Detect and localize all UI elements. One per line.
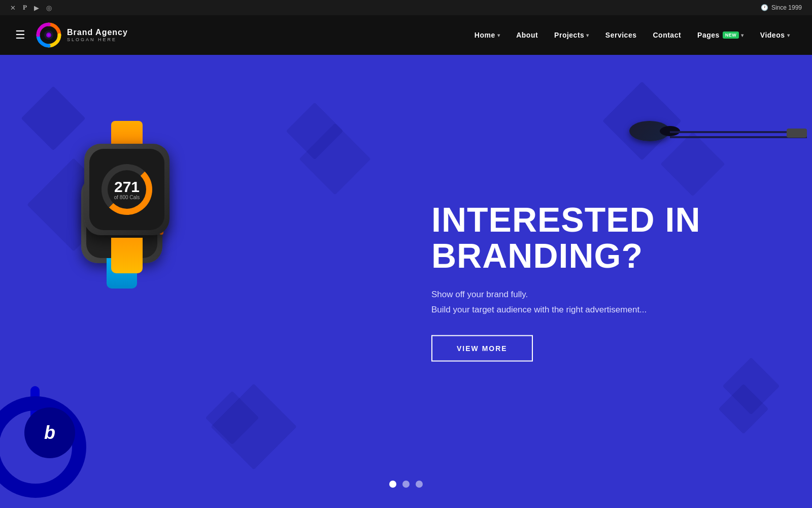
hero-content: INTERESTED IN BRANDING? Show off your br… xyxy=(431,202,736,362)
watch-orange-body: 271 of 800 Cals xyxy=(84,144,170,235)
nav-contact-label: Contact xyxy=(653,31,681,39)
dot-1[interactable] xyxy=(389,481,396,488)
nav-left: ☰ Brand Agency Slogan H xyxy=(15,22,128,48)
cable-plug xyxy=(787,129,807,138)
nav-videos[interactable]: Videos ▾ xyxy=(753,27,797,43)
logo-area[interactable]: Brand Agency Slogan Here xyxy=(36,22,128,48)
nav-menu: Home ▾ About Projects ▾ Services Contact… xyxy=(467,27,797,43)
logo-icon xyxy=(36,22,62,48)
twitter-icon[interactable]: ✕ xyxy=(10,4,16,12)
logo-title: Brand Agency xyxy=(67,28,128,37)
nav-services[interactable]: Services xyxy=(598,27,644,43)
headphones-circle: b xyxy=(0,396,86,498)
headphones-logo: b xyxy=(44,422,55,443)
hero-section: ☁️ 30° 271 of 800 Cals xyxy=(0,55,812,508)
hero-description: Build your target audience with the righ… xyxy=(431,304,736,314)
nav-home-label: Home xyxy=(475,31,495,39)
svg-point-4 xyxy=(48,34,50,37)
headphones-inner: b xyxy=(24,407,75,458)
instagram-icon[interactable]: ◎ xyxy=(46,4,52,12)
hero-products: ☁️ 30° 271 of 800 Cals xyxy=(0,55,330,508)
nav-about[interactable]: About xyxy=(509,27,545,43)
videos-chevron: ▾ xyxy=(787,33,790,38)
navbar: ☰ Brand Agency Slogan H xyxy=(0,15,812,55)
nav-pages[interactable]: Pages NEW ▾ xyxy=(690,27,751,43)
since-text: 🕐 Since 1999 xyxy=(761,4,802,11)
view-more-button[interactable]: VIEW MORE xyxy=(431,335,533,361)
watch-orange-subtext: of 800 Cals xyxy=(114,195,140,200)
social-icons: ✕ 𝐏 ▶ ◎ xyxy=(10,4,52,12)
nav-videos-label: Videos xyxy=(760,31,785,39)
dot-3[interactable] xyxy=(416,481,423,488)
projects-chevron: ▾ xyxy=(586,33,589,38)
home-chevron: ▾ xyxy=(497,33,500,38)
headphones: b xyxy=(0,386,117,498)
logo-text: Brand Agency Slogan Here xyxy=(67,28,128,42)
nav-about-label: About xyxy=(516,31,538,39)
watch-orange-band-bottom xyxy=(111,238,143,273)
nav-projects-label: Projects xyxy=(554,31,584,39)
watch-orange: 271 of 800 Cals xyxy=(71,121,183,273)
hero-subtitle: Show off your brand fully. xyxy=(431,289,736,299)
watch-orange-screen: 271 of 800 Cals xyxy=(89,149,164,230)
nav-contact[interactable]: Contact xyxy=(646,27,688,43)
dot-2[interactable] xyxy=(402,481,410,488)
hero-dots xyxy=(389,481,423,488)
pages-badge: NEW xyxy=(723,31,739,39)
since-label: Since 1999 xyxy=(771,4,802,11)
pinterest-icon[interactable]: 𝐏 xyxy=(23,4,27,12)
cable-device xyxy=(609,121,812,212)
pages-chevron: ▾ xyxy=(741,33,744,38)
hero-title: INTERESTED IN BRANDING? xyxy=(431,202,736,274)
nav-home[interactable]: Home ▾ xyxy=(467,27,507,43)
cable-oval xyxy=(629,121,670,141)
youtube-icon[interactable]: ▶ xyxy=(34,4,39,12)
hamburger-icon[interactable]: ☰ xyxy=(15,28,25,42)
top-bar: ✕ 𝐏 ▶ ◎ 🕐 Since 1999 xyxy=(0,0,812,15)
nav-pages-label: Pages xyxy=(697,31,720,39)
watch-orange-number: 271 xyxy=(114,179,140,195)
logo-slogan: Slogan Here xyxy=(67,37,128,42)
nav-projects[interactable]: Projects ▾ xyxy=(547,27,596,43)
nav-services-label: Services xyxy=(605,31,637,39)
